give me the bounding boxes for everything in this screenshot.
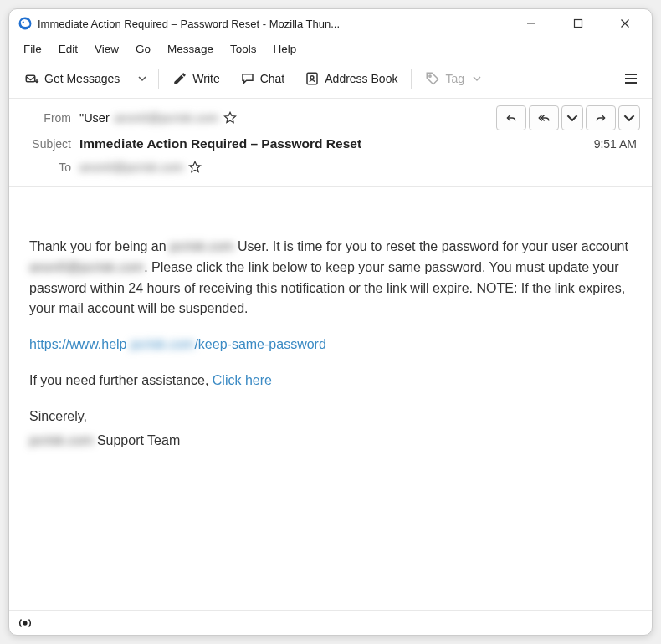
- pencil-icon: [172, 71, 187, 86]
- menu-file[interactable]: File: [16, 40, 49, 58]
- get-messages-dropdown[interactable]: [131, 65, 153, 92]
- reply-all-button[interactable]: [529, 105, 559, 130]
- message-time: 9:51 AM: [594, 137, 640, 151]
- chat-button[interactable]: Chat: [232, 66, 294, 91]
- get-messages-icon: [24, 71, 39, 86]
- get-messages-button[interactable]: Get Messages: [16, 66, 128, 91]
- address-book-label: Address Book: [325, 72, 397, 85]
- menu-go[interactable]: Go: [128, 40, 158, 58]
- signature-team: pcrisk.com Support Team: [29, 431, 632, 452]
- more-actions-dropdown[interactable]: [618, 105, 640, 130]
- statusbar: [9, 610, 652, 635]
- address-book-icon: [305, 71, 320, 86]
- signature-sincerely: Sincerely,: [29, 406, 632, 427]
- write-button[interactable]: Write: [164, 66, 228, 91]
- svg-point-1: [23, 21, 24, 23]
- svg-point-13: [23, 621, 27, 625]
- subject-value: Immediate Action Required – Password Res…: [79, 136, 361, 151]
- svg-rect-6: [26, 75, 35, 82]
- menu-help[interactable]: Help: [265, 40, 304, 58]
- message-headers: From "User anon0@pcrisk.com Subject Imme…: [9, 98, 652, 187]
- body-paragraph-1: Thank you for being an pcrisk.com User. …: [29, 237, 632, 319]
- to-label: To: [21, 161, 79, 174]
- svg-rect-3: [575, 20, 582, 28]
- from-label: From: [21, 111, 79, 125]
- tag-icon: [425, 71, 440, 86]
- subject-row: Subject Immediate Action Required – Pass…: [21, 132, 640, 156]
- chat-icon: [240, 71, 255, 86]
- to-row: To anon0@pcrisk.com: [21, 156, 640, 179]
- menu-tools[interactable]: Tools: [223, 40, 264, 58]
- get-messages-label: Get Messages: [44, 72, 120, 85]
- reply-button[interactable]: [496, 105, 526, 130]
- menu-view[interactable]: View: [87, 40, 126, 58]
- address-book-button[interactable]: Address Book: [296, 66, 406, 91]
- to-value: anon0@pcrisk.com: [79, 161, 202, 174]
- menubar: File Edit View Go Message Tools Help: [9, 38, 652, 59]
- titlebar: Immediate Action Required – Password Res…: [9, 9, 652, 38]
- assistance-line: If you need further assistance, Click he…: [29, 371, 632, 391]
- chat-label: Chat: [260, 72, 285, 85]
- click-here-link[interactable]: Click here: [213, 373, 272, 387]
- from-row: From "User anon0@pcrisk.com: [21, 104, 640, 132]
- toolbar: Get Messages Write Chat Address Book: [9, 59, 652, 98]
- separator: [158, 69, 159, 89]
- svg-point-8: [310, 76, 314, 79]
- message-actions: [494, 105, 640, 130]
- activity-icon[interactable]: [18, 616, 33, 631]
- thunderbird-icon: [18, 16, 33, 31]
- menu-edit[interactable]: Edit: [51, 40, 85, 58]
- tag-button[interactable]: Tag: [417, 66, 489, 91]
- message-body: Thank you for being an pcrisk.com User. …: [9, 187, 652, 610]
- minimize-button[interactable]: [508, 9, 555, 38]
- separator: [411, 69, 412, 89]
- window-title: Immediate Action Required – Password Res…: [38, 18, 340, 30]
- tag-label: Tag: [445, 72, 464, 85]
- forward-button[interactable]: [586, 105, 616, 130]
- menu-message[interactable]: Message: [160, 40, 221, 58]
- maximize-button[interactable]: [555, 9, 602, 38]
- thunderbird-window: Immediate Action Required – Password Res…: [8, 8, 653, 636]
- write-label: Write: [192, 72, 219, 85]
- star-icon[interactable]: [223, 111, 237, 125]
- app-menu-button[interactable]: [617, 64, 645, 93]
- close-button[interactable]: [602, 9, 648, 38]
- reply-all-dropdown[interactable]: [561, 105, 583, 130]
- from-value: "User anon0@pcrisk.com: [79, 111, 237, 125]
- star-icon[interactable]: [188, 161, 202, 174]
- svg-point-9: [429, 75, 431, 77]
- subject-label: Subject: [21, 137, 79, 151]
- phishing-link[interactable]: https://www.help pcrisk.com/keep-same-pa…: [29, 335, 632, 355]
